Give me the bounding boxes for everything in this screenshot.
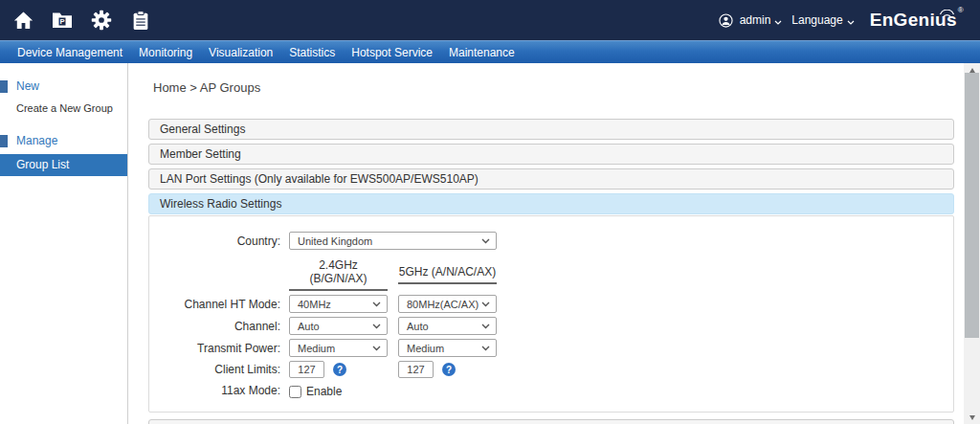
- channel-ht-mode-24-value: 40MHz: [298, 299, 331, 310]
- sidebar-title-new[interactable]: New: [16, 79, 39, 93]
- svg-text:P: P: [59, 17, 64, 26]
- home-icon[interactable]: [11, 9, 34, 32]
- main-navbar: Device Management Monitoring Visualizati…: [0, 40, 980, 63]
- nav-hotspot-service[interactable]: Hotspot Service: [351, 46, 433, 59]
- language-menu[interactable]: Language: [791, 13, 842, 27]
- topbar-user-area: admin Language EnGenius®: [719, 8, 970, 33]
- wireless-radio-settings-body: Country: United Kingdom 2.4GHz (B/G/N/AX…: [148, 215, 954, 413]
- user-chevron-down-icon[interactable]: [774, 11, 782, 29]
- sidebar-item-create-new-group[interactable]: Create a New Group: [0, 101, 127, 115]
- channel-5-value: Auto: [407, 321, 429, 332]
- client-limits-5-cell: ?: [398, 361, 497, 378]
- band-24ghz-header: 2.4GHz (B/G/N/AX): [289, 256, 388, 291]
- ax-mode-cell: Enable: [289, 385, 497, 398]
- project-folder-icon[interactable]: P: [51, 9, 74, 32]
- nav-maintenance[interactable]: Maintenance: [449, 46, 515, 59]
- help-icon[interactable]: ?: [442, 363, 456, 376]
- chevron-down-icon: [481, 324, 490, 329]
- transmit-power-5-value: Medium: [407, 343, 444, 354]
- channel-ht-mode-5-value: 80MHz(AC/AX): [407, 299, 479, 310]
- page-layout: New Create a New Group Manage Group List…: [0, 63, 980, 424]
- chevron-down-icon: [481, 238, 490, 244]
- topbar: P: [0, 0, 980, 40]
- channel-label: Channel:: [149, 320, 289, 333]
- channel-24-value: Auto: [298, 321, 320, 332]
- channel-5-select[interactable]: Auto: [398, 317, 497, 335]
- language-chevron-down-icon[interactable]: [847, 11, 855, 29]
- transmit-power-24-value: Medium: [298, 343, 335, 354]
- settings-accordion: General Settings Member Setting LAN Port…: [148, 119, 954, 424]
- transmit-power-24-select[interactable]: Medium: [289, 339, 388, 357]
- wireless-radio-form: Country: United Kingdom 2.4GHz (B/G/N/AX…: [149, 232, 953, 398]
- country-label: Country:: [149, 234, 289, 248]
- country-select[interactable]: United Kingdom: [289, 232, 497, 250]
- client-limits-label: Client Limits:: [149, 363, 289, 376]
- clipboard-icon[interactable]: [129, 9, 152, 32]
- ax-mode-label: 11ax Mode:: [149, 384, 289, 397]
- gear-icon[interactable]: [90, 9, 113, 32]
- engenius-logo: EnGenius®: [870, 8, 970, 33]
- chevron-down-icon: [372, 301, 381, 307]
- topbar-icon-group: P: [11, 9, 152, 32]
- channel-ht-mode-24-select[interactable]: 40MHz: [289, 295, 388, 313]
- panel-lan-port-settings[interactable]: LAN Port Settings (Only available for EW…: [148, 168, 954, 190]
- panel-wireless-radio-settings[interactable]: Wireless Radio Settings: [148, 193, 954, 214]
- nav-visualization[interactable]: Visualization: [209, 46, 273, 59]
- sidebar-title-manage[interactable]: Manage: [16, 134, 57, 147]
- chevron-down-icon: [372, 324, 381, 329]
- user-menu[interactable]: admin: [740, 13, 771, 27]
- section-marker-icon: [0, 135, 8, 147]
- band-5ghz-header: 5GHz (A/N/AC/AX): [398, 262, 497, 284]
- sidebar: New Create a New Group Manage Group List: [0, 63, 128, 424]
- sidebar-item-group-list[interactable]: Group List: [0, 154, 127, 176]
- channel-ht-mode-5-select[interactable]: 80MHz(AC/AX): [398, 295, 497, 313]
- scrollbar-thumb[interactable]: [965, 73, 979, 338]
- nav-monitoring[interactable]: Monitoring: [139, 46, 192, 59]
- panel-member-setting[interactable]: Member Setting: [148, 144, 954, 165]
- channel-ht-mode-label: Channel HT Mode:: [149, 298, 289, 311]
- client-limits-5-input[interactable]: [398, 361, 434, 378]
- country-select-value: United Kingdom: [298, 235, 372, 247]
- client-limits-24-input[interactable]: [289, 361, 324, 378]
- main-content: Home > AP Groups General Settings Member…: [128, 63, 980, 424]
- triangle-up-icon: [969, 68, 975, 73]
- chevron-down-icon: [481, 301, 490, 307]
- sidebar-section-new: New: [0, 79, 127, 93]
- vertical-scrollbar[interactable]: [964, 63, 980, 424]
- breadcrumb: Home > AP Groups: [153, 80, 954, 95]
- wifi-arcs-icon: [939, 3, 955, 24]
- user-icon: [719, 12, 734, 28]
- help-icon[interactable]: ?: [333, 363, 346, 376]
- ax-mode-enable-checkbox[interactable]: [289, 386, 301, 398]
- section-marker-icon: [0, 80, 8, 93]
- nav-device-management[interactable]: Device Management: [17, 46, 122, 59]
- chevron-down-icon: [481, 346, 490, 351]
- client-limits-24-cell: ?: [289, 361, 388, 378]
- channel-24-select[interactable]: Auto: [289, 317, 388, 335]
- panel-general-settings[interactable]: General Settings: [148, 119, 954, 140]
- brand-registered-mark: ®: [958, 6, 964, 14]
- sidebar-section-manage: Manage: [0, 134, 127, 147]
- chevron-down-icon: [372, 346, 381, 351]
- panel-wlan-settings[interactable]: WLAN Settings: [148, 419, 954, 424]
- triangle-down-icon: [969, 415, 975, 420]
- transmit-power-5-select[interactable]: Medium: [398, 339, 497, 357]
- scroll-down-button[interactable]: [964, 411, 980, 424]
- ax-mode-enable-label: Enable: [306, 385, 342, 398]
- transmit-power-label: Transmit Power:: [149, 342, 289, 355]
- nav-statistics[interactable]: Statistics: [289, 46, 335, 59]
